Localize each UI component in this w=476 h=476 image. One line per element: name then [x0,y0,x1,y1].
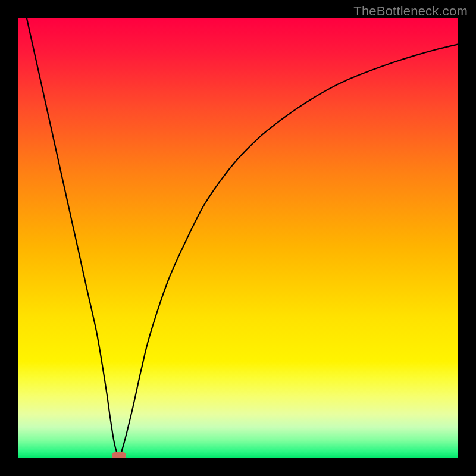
watermark-text: TheBottleneck.com [353,4,468,19]
plot-area [18,18,458,458]
chart-frame: TheBottleneck.com [0,0,476,476]
bottleneck-curve [18,18,458,458]
optimal-point-marker [112,452,126,458]
